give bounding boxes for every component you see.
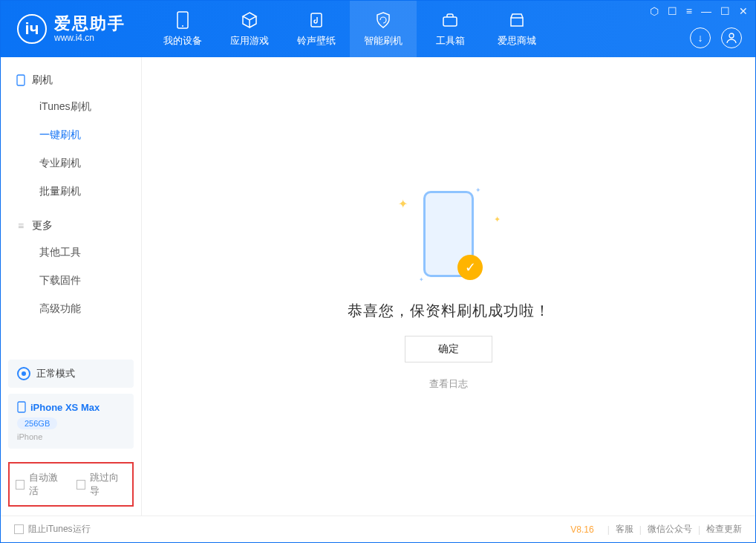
version-label: V8.16: [570, 524, 593, 535]
maximize-button[interactable]: ☐: [720, 5, 730, 17]
tab-label: 我的设备: [163, 34, 202, 48]
storage-badge: 256GB: [17, 417, 57, 429]
sidebar: 刷机 iTunes刷机 一键刷机 专业刷机 批量刷机 ≡ 更多 其他工具 下载固…: [1, 57, 142, 516]
section-label: 更多: [32, 219, 53, 233]
account-button[interactable]: [721, 27, 742, 48]
sparkle-icon: ✦: [475, 186, 481, 194]
svg-rect-5: [17, 75, 25, 85]
minimize-button[interactable]: —: [701, 5, 711, 17]
checkbox-label: 跳过向导: [90, 471, 126, 498]
brand-url: www.i4.cn: [54, 33, 126, 43]
device-icon: [173, 10, 192, 30]
statusbar: 阻止iTunes运行 V8.16 | 客服 | 微信公众号 | 检查更新: [1, 516, 755, 542]
tab-ringtones-wallpapers[interactable]: 铃声壁纸: [283, 1, 350, 57]
nav-advanced[interactable]: 高级功能: [1, 295, 141, 323]
brand-text: 爱思助手 www.i4.cn: [54, 15, 126, 42]
tab-label: 爱思商城: [498, 34, 536, 48]
sparkle-icon: ✦: [419, 276, 424, 283]
separator: |: [639, 524, 642, 535]
checkbox-icon: [76, 480, 85, 490]
main-tabs: 我的设备 应用游戏 铃声壁纸 智能刷机 工具箱 爱思商城: [149, 1, 550, 57]
tab-label: 工具箱: [436, 34, 465, 48]
section-label: 刷机: [32, 74, 53, 87]
device-family: iPhone: [17, 432, 125, 441]
sparkle-icon: ✦: [398, 197, 408, 211]
tab-apps-games[interactable]: 应用游戏: [216, 1, 283, 57]
separator: |: [698, 524, 700, 535]
view-log-link[interactable]: 查看日志: [429, 377, 468, 391]
result-message: 恭喜您，保资料刷机成功啦！: [348, 301, 550, 321]
footer-right: V8.16 | 客服 | 微信公众号 | 检查更新: [570, 523, 742, 536]
titlebar: iч 爱思助手 www.i4.cn 我的设备 应用游戏 铃声壁纸 智能刷机: [1, 1, 755, 57]
checkbox-icon: [14, 524, 24, 534]
header-right-icons: ↓: [690, 27, 742, 48]
phone-small-icon: [17, 401, 26, 413]
svg-rect-6: [18, 402, 25, 412]
tab-label: 铃声壁纸: [297, 34, 336, 48]
section-more: ≡ 更多: [1, 213, 141, 238]
tab-smart-flash[interactable]: 智能刷机: [350, 1, 417, 57]
separator: |: [607, 524, 610, 535]
phone-small-icon: [16, 75, 26, 85]
section-flash: 刷机: [1, 68, 141, 93]
svg-point-1: [182, 25, 183, 27]
cube-icon: [240, 10, 259, 30]
options-highlight-box: 自动激活 跳过向导: [8, 462, 134, 507]
svg-rect-3: [443, 17, 457, 26]
nav-pro-flash[interactable]: 专业刷机: [1, 149, 141, 178]
logo-icon: iч: [17, 14, 47, 44]
logo-block: iч 爱思助手 www.i4.cn: [1, 14, 142, 44]
support-link[interactable]: 客服: [616, 523, 633, 536]
music-note-icon: [307, 10, 326, 30]
check-badge-icon: ✓: [457, 255, 483, 280]
close-button[interactable]: ✕: [739, 5, 748, 17]
body: 刷机 iTunes刷机 一键刷机 专业刷机 批量刷机 ≡ 更多 其他工具 下载固…: [1, 57, 755, 516]
app-window: iч 爱思助手 www.i4.cn 我的设备 应用游戏 铃声壁纸 智能刷机: [0, 0, 756, 543]
menu-icon[interactable]: ≡: [686, 5, 692, 17]
mode-indicator-icon: [17, 367, 30, 380]
nav-batch-flash[interactable]: 批量刷机: [1, 178, 141, 206]
nav-itunes-flash[interactable]: iTunes刷机: [1, 93, 141, 121]
shield-refresh-icon: [374, 10, 393, 30]
sidebar-nav: 刷机 iTunes刷机 一键刷机 专业刷机 批量刷机 ≡ 更多 其他工具 下载固…: [1, 57, 141, 354]
checkbox-block-itunes[interactable]: 阻止iTunes运行: [14, 523, 91, 536]
nav-other-tools[interactable]: 其他工具: [1, 238, 141, 267]
checkbox-label: 阻止iTunes运行: [28, 523, 91, 536]
device-mode-label: 正常模式: [36, 367, 75, 380]
tab-label: 智能刷机: [364, 34, 403, 48]
nav-oneclick-flash[interactable]: 一键刷机: [1, 121, 141, 149]
success-illustration: ✦ ✦ ✦ ✦ ✓: [389, 182, 508, 286]
device-mode-card[interactable]: 正常模式: [8, 360, 134, 388]
check-update-link[interactable]: 检查更新: [706, 523, 742, 536]
svg-rect-2: [311, 13, 322, 27]
device-model: iPhone XS Max: [30, 402, 100, 413]
footer-left: 阻止iTunes运行: [14, 523, 91, 536]
toolbox-icon: [440, 10, 460, 30]
nav-download-firmware[interactable]: 下载固件: [1, 267, 141, 295]
checkbox-icon: [16, 480, 25, 490]
list-icon: ≡: [16, 221, 26, 231]
checkbox-auto-activate[interactable]: 自动激活: [16, 471, 66, 498]
device-model-row: iPhone XS Max: [17, 401, 125, 413]
checkbox-skip-guide[interactable]: 跳过向导: [76, 471, 127, 498]
tab-toolbox[interactable]: 工具箱: [417, 1, 483, 57]
tab-my-device[interactable]: 我的设备: [149, 1, 216, 57]
checkbox-label: 自动激活: [29, 471, 65, 498]
shop-icon: [507, 10, 527, 30]
app-icon[interactable]: ☐: [668, 5, 677, 17]
shirt-icon[interactable]: ⬡: [650, 5, 659, 17]
tab-store[interactable]: 爱思商城: [483, 1, 550, 57]
result-panel: ✦ ✦ ✦ ✦ ✓ 恭喜您，保资料刷机成功啦！ 确定 查看日志: [348, 182, 550, 391]
brand-name: 爱思助手: [54, 15, 126, 33]
ok-button[interactable]: 确定: [405, 336, 492, 362]
window-controls: ⬡ ☐ ≡ — ☐ ✕: [650, 5, 748, 17]
wechat-link[interactable]: 微信公众号: [648, 523, 692, 536]
download-button[interactable]: ↓: [690, 27, 711, 48]
svg-point-4: [729, 33, 734, 38]
sparkle-icon: ✦: [494, 215, 501, 224]
tab-label: 应用游戏: [230, 34, 269, 48]
main-content: ✦ ✦ ✦ ✦ ✓ 恭喜您，保资料刷机成功啦！ 确定 查看日志: [142, 57, 755, 516]
device-card[interactable]: iPhone XS Max 256GB iPhone: [8, 394, 134, 449]
